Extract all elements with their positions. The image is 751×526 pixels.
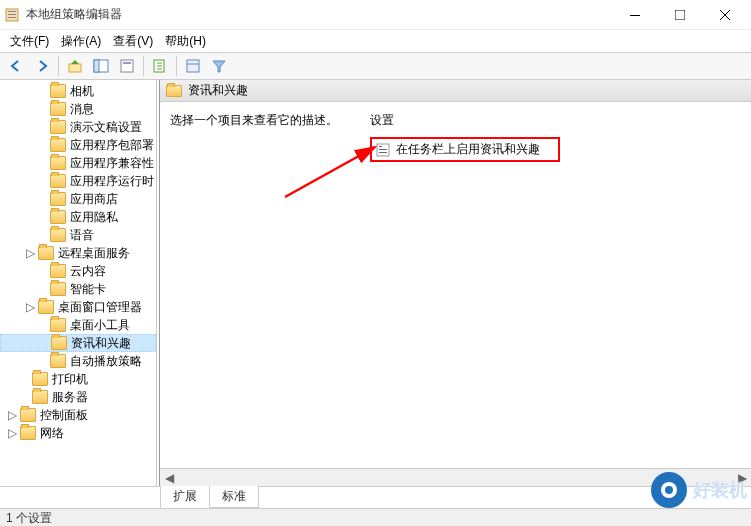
folder-icon	[20, 408, 36, 422]
export-button[interactable]	[181, 54, 205, 78]
tree-item-label: 桌面窗口管理器	[58, 299, 142, 316]
tree-item-label: 应用程序兼容性	[70, 155, 154, 172]
folder-icon	[50, 84, 66, 98]
tree-item-label: 网络	[40, 425, 64, 442]
svg-rect-1	[8, 11, 16, 12]
tree-item[interactable]: 语音	[0, 226, 156, 244]
tree-item-label: 语音	[70, 227, 94, 244]
tree-item[interactable]: 云内容	[0, 262, 156, 280]
expander-icon	[36, 85, 48, 97]
show-hide-tree-button[interactable]	[89, 54, 113, 78]
tree-item[interactable]: 服务器	[0, 388, 156, 406]
tree-item[interactable]: 应用隐私	[0, 208, 156, 226]
tree-item[interactable]: 桌面小工具	[0, 316, 156, 334]
tree-item[interactable]: 自动播放策略	[0, 352, 156, 370]
expander-icon[interactable]: ▷	[6, 409, 18, 421]
tree-item-label: 云内容	[70, 263, 106, 280]
minimize-button[interactable]	[612, 1, 657, 29]
menu-file[interactable]: 文件(F)	[4, 31, 55, 52]
svg-rect-11	[121, 60, 133, 72]
back-button[interactable]	[4, 54, 28, 78]
expander-icon	[36, 139, 48, 151]
separator	[176, 56, 177, 76]
tree-item[interactable]: 打印机	[0, 370, 156, 388]
expander-icon	[18, 373, 30, 385]
filter-button[interactable]	[207, 54, 231, 78]
app-icon	[4, 7, 20, 23]
tree-item[interactable]: 相机	[0, 82, 156, 100]
description-column: 选择一个项目来查看它的描述。	[170, 112, 370, 458]
tree-item-label: 应用隐私	[70, 209, 118, 226]
folder-icon	[166, 85, 182, 97]
content-panel: 资讯和兴趣 选择一个项目来查看它的描述。 设置 在任务栏上启用资讯和兴趣	[159, 80, 751, 486]
watermark-logo	[651, 472, 687, 508]
forward-button[interactable]	[30, 54, 54, 78]
settings-header: 设置	[370, 112, 741, 133]
folder-icon	[32, 390, 48, 404]
refresh-button[interactable]	[148, 54, 172, 78]
tree-item[interactable]: 应用程序兼容性	[0, 154, 156, 172]
scroll-left-button[interactable]: ◀	[160, 470, 178, 486]
watermark-text: 好装机	[693, 478, 747, 502]
folder-icon	[38, 300, 54, 314]
tree-item[interactable]: ▷桌面窗口管理器	[0, 298, 156, 316]
content-title: 资讯和兴趣	[188, 82, 248, 99]
menu-action[interactable]: 操作(A)	[55, 31, 107, 52]
tab-extended[interactable]: 扩展	[160, 486, 210, 508]
tree-item-label: 相机	[70, 83, 94, 100]
folder-icon	[50, 156, 66, 170]
folder-icon	[38, 246, 54, 260]
tree-item[interactable]: ▷远程桌面服务	[0, 244, 156, 262]
close-button[interactable]	[702, 1, 747, 29]
svg-rect-16	[379, 146, 382, 147]
folder-icon	[50, 120, 66, 134]
expander-icon	[36, 319, 48, 331]
tree-item-label: 演示文稿设置	[70, 119, 142, 136]
svg-rect-2	[8, 14, 16, 15]
expander-icon	[37, 337, 49, 349]
expander-icon[interactable]: ▷	[24, 301, 36, 313]
svg-rect-18	[379, 152, 387, 153]
expander-icon	[36, 355, 48, 367]
toolbar	[0, 52, 751, 80]
menubar: 文件(F) 操作(A) 查看(V) 帮助(H)	[0, 30, 751, 52]
tab-standard[interactable]: 标准	[209, 486, 259, 508]
tree-item-label: 应用程序包部署	[70, 137, 154, 154]
tree-item[interactable]: 应用程序包部署	[0, 136, 156, 154]
menu-help[interactable]: 帮助(H)	[159, 31, 212, 52]
tree-item-label: 服务器	[52, 389, 88, 406]
watermark: 好装机	[651, 472, 747, 508]
tree-item[interactable]: 消息	[0, 100, 156, 118]
separator	[143, 56, 144, 76]
tree-item-label: 远程桌面服务	[58, 245, 130, 262]
properties-button[interactable]	[115, 54, 139, 78]
description-text: 选择一个项目来查看它的描述。	[170, 113, 338, 127]
tree-item[interactable]: 演示文稿设置	[0, 118, 156, 136]
window-title: 本地组策略编辑器	[26, 6, 612, 23]
tree-item-label: 应用商店	[70, 191, 118, 208]
tree-item[interactable]: 智能卡	[0, 280, 156, 298]
maximize-button[interactable]	[657, 1, 702, 29]
tree-item[interactable]: 应用商店	[0, 190, 156, 208]
expander-icon	[36, 283, 48, 295]
expander-icon[interactable]: ▷	[6, 427, 18, 439]
tree-item[interactable]: 资讯和兴趣	[0, 334, 156, 352]
up-button[interactable]	[63, 54, 87, 78]
tree-item[interactable]: ▷控制面板	[0, 406, 156, 424]
content-body: 选择一个项目来查看它的描述。 设置 在任务栏上启用资讯和兴趣	[160, 102, 751, 468]
setting-item-enable-news[interactable]: 在任务栏上启用资讯和兴趣	[370, 137, 560, 162]
folder-icon	[32, 372, 48, 386]
expander-icon	[36, 265, 48, 277]
tree-item[interactable]: ▷网络	[0, 424, 156, 442]
main: 相机消息演示文稿设置应用程序包部署应用程序兼容性应用程序运行时应用商店应用隐私语…	[0, 80, 751, 486]
tree-item-label: 控制面板	[40, 407, 88, 424]
folder-icon	[50, 192, 66, 206]
expander-icon[interactable]: ▷	[24, 247, 36, 259]
folder-icon	[50, 138, 66, 152]
folder-icon	[50, 282, 66, 296]
menu-view[interactable]: 查看(V)	[107, 31, 159, 52]
tree-panel[interactable]: 相机消息演示文稿设置应用程序包部署应用程序兼容性应用程序运行时应用商店应用隐私语…	[0, 80, 157, 486]
tree-item[interactable]: 应用程序运行时	[0, 172, 156, 190]
separator	[58, 56, 59, 76]
svg-rect-14	[187, 60, 199, 72]
